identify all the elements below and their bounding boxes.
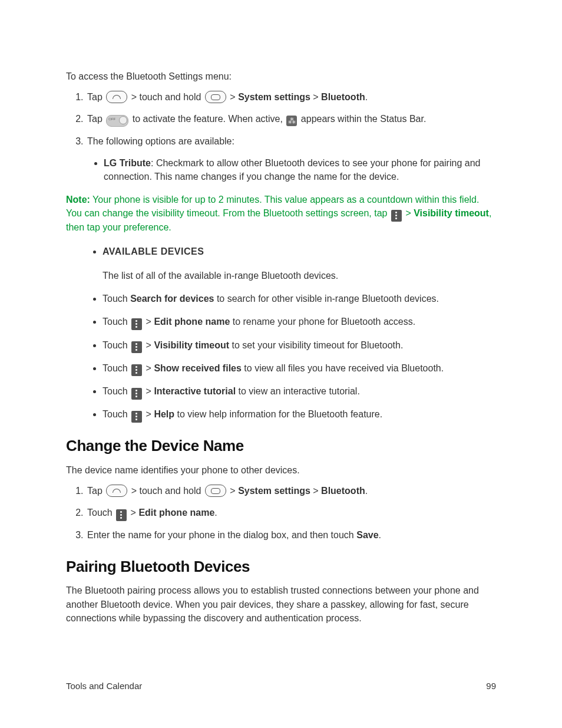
- overflow-menu-icon: [131, 411, 142, 423]
- item-search-devices: Touch Search for devices to search for o…: [103, 292, 496, 305]
- home-icon: [106, 91, 127, 103]
- recent-apps-icon: [205, 485, 226, 497]
- option-lg-tribute: LG Tribute: Checkmark to allow other Blu…: [104, 156, 496, 183]
- recent-apps-icon: [205, 91, 226, 103]
- heading-change-device-name: Change the Device Name: [66, 435, 496, 457]
- overflow-menu-icon: [131, 364, 142, 376]
- available-devices-desc: The list of all of the available in-rang…: [103, 269, 496, 282]
- footer-page-number: 99: [486, 680, 496, 693]
- change-step-2: Touch > Edit phone name.: [86, 506, 496, 519]
- overflow-menu-icon: [116, 509, 127, 521]
- step-1: Tap > touch and hold > System settings >…: [86, 90, 496, 104]
- document-page: To access the Bluetooth Settings menu: T…: [0, 0, 562, 728]
- step3-options-list: LG Tribute: Checkmark to allow other Blu…: [87, 156, 496, 183]
- change-step-1: Tap > touch and hold > System settings >…: [86, 484, 496, 498]
- change-step-3: Enter the name for your phone in the dia…: [86, 528, 496, 542]
- overflow-menu-icon: [391, 210, 402, 222]
- overflow-menu-icon: [131, 318, 142, 330]
- item-show-received-files: Touch > Show received files to view all …: [103, 361, 496, 375]
- step-2: Tap to activate the feature. When active…: [86, 112, 496, 126]
- item-available-devices: AVAILABLE DEVICES The list of all of the…: [103, 245, 496, 282]
- access-steps-list: Tap > touch and hold > System settings >…: [66, 90, 496, 183]
- home-icon: [106, 485, 127, 497]
- intro-text: To access the Bluetooth Settings menu:: [66, 70, 496, 83]
- available-devices-list: AVAILABLE DEVICES The list of all of the…: [66, 245, 496, 421]
- item-edit-phone-name: Touch > Edit phone name to rename your p…: [103, 315, 496, 328]
- note-label: Note:: [66, 195, 90, 205]
- item-interactive-tutorial: Touch > Interactive tutorial to view an …: [103, 384, 496, 398]
- heading-pairing-bluetooth: Pairing Bluetooth Devices: [66, 556, 496, 578]
- bluetooth-statusbar-icon: ⁂: [286, 116, 297, 126]
- step-3: The following options are available: LG …: [86, 134, 496, 184]
- toggle-off-on-icon: [106, 115, 128, 127]
- pairing-intro: The Bluetooth pairing process allows you…: [66, 584, 496, 625]
- overflow-menu-icon: [131, 341, 142, 353]
- note-block: Note: Your phone is visible for up to 2 …: [66, 193, 496, 234]
- item-help: Touch > Help to view help information fo…: [103, 407, 496, 421]
- change-intro: The device name identifies your phone to…: [66, 463, 496, 477]
- item-visibility-timeout: Touch > Visibility timeout to set your v…: [103, 338, 496, 352]
- footer-section-title: Tools and Calendar: [66, 680, 142, 693]
- change-steps-list: Tap > touch and hold > System settings >…: [66, 484, 496, 542]
- overflow-menu-icon: [131, 388, 142, 400]
- page-footer: Tools and Calendar 99: [66, 680, 496, 693]
